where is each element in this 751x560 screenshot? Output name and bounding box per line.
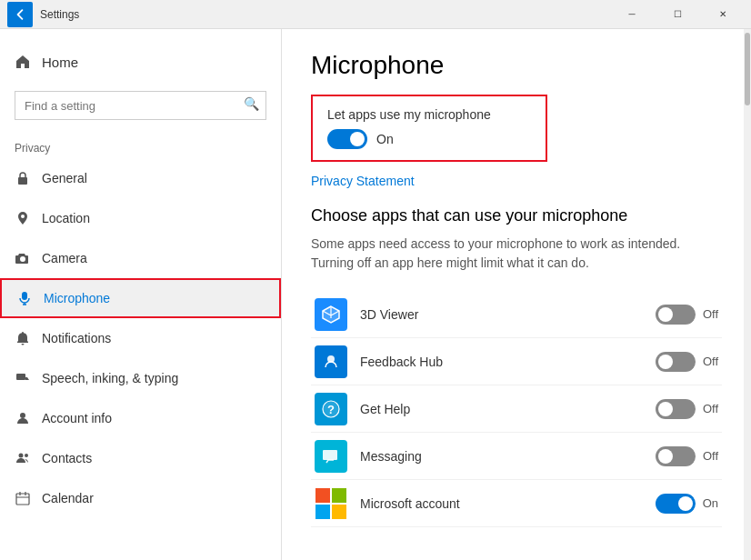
search-input[interactable] [15, 91, 266, 120]
toggle-knob [350, 132, 365, 146]
calendar-icon [15, 490, 31, 506]
toggle-state-label: On [376, 132, 394, 146]
account-label: Account info [42, 411, 112, 425]
speech-label: Speech, inking, & typing [42, 371, 178, 385]
search-icon: 🔍 [244, 96, 259, 111]
app-name-msaccount: Microsoft account [360, 496, 643, 511]
location-icon [15, 210, 31, 226]
sidebar-item-home[interactable]: Home [0, 40, 281, 84]
main-layout: Home 🔍 Privacy General Location [0, 29, 751, 560]
svg-point-3 [20, 413, 25, 418]
toggle-row: On [327, 129, 531, 149]
general-label: General [42, 171, 87, 185]
app-name-3dviewer: 3D Viewer [360, 307, 643, 322]
app-item-messaging: Messaging Off [311, 433, 722, 480]
microphone-main-toggle[interactable] [327, 129, 367, 149]
sidebar-item-general[interactable]: General [0, 158, 281, 198]
app-list: 3D Viewer Off Feedback Hub [311, 291, 722, 527]
sidebar-item-microphone[interactable]: Microphone [0, 278, 281, 318]
sidebar-item-location[interactable]: Location [0, 198, 281, 238]
home-icon [15, 54, 31, 70]
microphone-icon [16, 290, 33, 306]
toggle-knob [658, 307, 673, 322]
toggle-box-label: Let apps use my microphone [327, 107, 531, 122]
toggle-knob [678, 496, 693, 511]
app-toggle-wrap-gethelp: Off [656, 399, 718, 419]
app-toggle-wrap-feedbackhub: Off [656, 352, 718, 372]
account-icon [15, 410, 31, 426]
app-toggle-gethelp[interactable] [656, 399, 696, 419]
toggle-knob [658, 355, 673, 369]
camera-icon [15, 250, 31, 266]
content-area: Microphone Let apps use my microphone On… [282, 29, 751, 560]
notifications-label: Notifications [42, 331, 111, 345]
speech-icon [15, 370, 31, 386]
minimize-button[interactable]: ─ [611, 0, 653, 29]
back-button[interactable] [7, 2, 33, 27]
sidebar: Home 🔍 Privacy General Location [0, 29, 282, 560]
app-toggle-label-gethelp: Off [703, 402, 718, 415]
svg-text:?: ? [327, 403, 335, 416]
titlebar: Settings ─ ☐ ✕ [0, 0, 751, 29]
app-toggle-label-msaccount: On [703, 496, 718, 510]
app-icon-3dviewer [315, 298, 347, 331]
sidebar-item-speech[interactable]: Speech, inking, & typing [0, 358, 281, 398]
page-title: Microphone [311, 51, 722, 80]
app-icon-feedbackhub [315, 345, 347, 378]
calendar-label: Calendar [42, 491, 94, 505]
svg-rect-10 [323, 450, 337, 460]
close-button[interactable]: ✕ [702, 0, 744, 29]
sidebar-item-notifications[interactable]: Notifications [0, 318, 281, 358]
svg-rect-2 [16, 374, 25, 380]
app-icon-msaccount [315, 487, 347, 520]
app-item-gethelp: ? Get Help Off [311, 385, 722, 433]
privacy-statement-link[interactable]: Privacy Statement [311, 174, 415, 188]
app-item-3dviewer: 3D Viewer Off [311, 291, 722, 338]
svg-point-4 [19, 454, 24, 458]
svg-rect-0 [18, 177, 27, 185]
lock-icon [15, 170, 31, 186]
app-toggle-messaging[interactable] [656, 446, 696, 466]
svg-rect-13 [315, 505, 330, 519]
app-toggle-label-messaging: Off [703, 449, 718, 463]
svg-rect-11 [315, 488, 330, 503]
restore-button[interactable]: ☐ [656, 0, 698, 29]
sidebar-item-contacts[interactable]: Contacts [0, 438, 281, 478]
privacy-section-label: Privacy [0, 135, 281, 158]
app-icon-messaging [315, 440, 347, 473]
svg-point-5 [25, 454, 28, 457]
svg-rect-14 [332, 505, 346, 519]
window-controls: ─ ☐ ✕ [611, 0, 744, 29]
microphone-label: Microphone [44, 291, 110, 305]
app-toggle-label-3dviewer: Off [703, 307, 718, 321]
contacts-icon [15, 450, 31, 466]
app-toggle-wrap-3dviewer: Off [656, 305, 718, 325]
sidebar-item-account[interactable]: Account info [0, 398, 281, 438]
svg-rect-12 [332, 488, 346, 503]
sidebar-item-calendar[interactable]: Calendar [0, 478, 281, 518]
contacts-label: Contacts [42, 451, 92, 465]
app-name-feedbackhub: Feedback Hub [360, 355, 643, 369]
choose-apps-title: Choose apps that can use your microphone [311, 206, 722, 225]
toggle-knob [658, 402, 673, 416]
app-toggle-feedbackhub[interactable] [656, 352, 696, 372]
app-toggle-3dviewer[interactable] [656, 305, 696, 325]
toggle-box: Let apps use my microphone On [311, 95, 547, 162]
app-toggle-msaccount[interactable] [656, 494, 696, 514]
home-label: Home [42, 55, 78, 70]
notifications-icon [15, 330, 31, 346]
choose-apps-desc: Some apps need access to your microphone… [311, 235, 722, 273]
app-name-gethelp: Get Help [360, 402, 643, 416]
toggle-knob [658, 449, 673, 464]
app-name-messaging: Messaging [360, 449, 643, 464]
app-icon-gethelp: ? [315, 393, 347, 425]
sidebar-item-camera[interactable]: Camera [0, 238, 281, 278]
search-box: 🔍 [15, 91, 266, 120]
svg-rect-1 [22, 292, 27, 300]
window-title: Settings [40, 8, 611, 21]
app-item-msaccount: Microsoft account On [311, 480, 722, 527]
location-label: Location [42, 211, 90, 225]
app-toggle-wrap-messaging: Off [656, 446, 718, 466]
app-toggle-wrap-msaccount: On [656, 494, 718, 514]
app-toggle-label-feedbackhub: Off [703, 355, 718, 368]
